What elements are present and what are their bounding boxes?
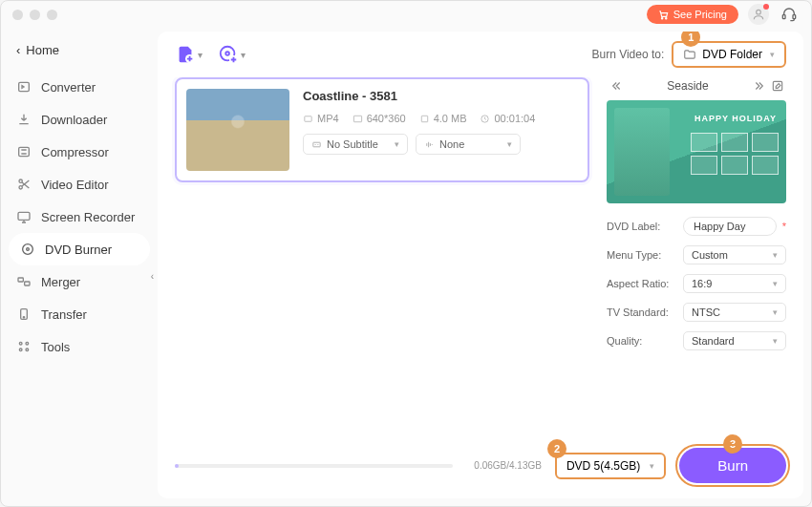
menu-type-select[interactable]: Custom▾ [683, 245, 786, 264]
chevron-down-icon: ▾ [773, 279, 778, 288]
callout-marker: 3 [723, 434, 742, 454]
add-disc-button[interactable]: ▾ [218, 44, 246, 65]
video-title: Coastline - 3581 [303, 89, 578, 103]
sidebar-label: Transfer [41, 307, 87, 322]
collapse-sidebar-button[interactable]: ‹ [151, 271, 154, 282]
svg-point-16 [19, 342, 22, 345]
subtitle-icon [311, 139, 322, 150]
chevron-down-icon: ▾ [770, 50, 775, 59]
toolbar: ▾ ▾ Burn Video to: 1 DVD Folder [158, 32, 803, 77]
audio-icon [424, 139, 435, 150]
video-thumbnail[interactable] [186, 89, 289, 171]
audio-select[interactable]: None ▾ [416, 134, 521, 155]
disc-icon [20, 242, 35, 257]
home-label: Home [26, 43, 59, 57]
app-window: See Pricing ‹ Home Converter [0, 0, 812, 507]
quality-select[interactable]: Standard▾ [683, 331, 786, 350]
chevron-down-icon: ▾ [507, 139, 512, 149]
size-icon [419, 114, 430, 124]
main-panel: ▾ ▾ Burn Video to: 1 DVD Folder [158, 32, 803, 498]
tv-standard-select[interactable]: NTSC▾ [683, 303, 786, 322]
monitor-icon [16, 209, 32, 224]
sidebar-item-screen-recorder[interactable]: Screen Recorder [1, 201, 158, 233]
svg-rect-6 [19, 147, 30, 156]
add-file-button[interactable]: ▾ [175, 44, 203, 65]
back-chevron-icon: ‹ [16, 43, 20, 57]
clock-icon [480, 114, 490, 124]
user-icon [752, 8, 765, 21]
sidebar-item-downloader[interactable]: Downloader [1, 103, 158, 136]
theme-panel: Seaside HAPPY HOLIDAY DVD Label: [607, 77, 786, 436]
sidebar-label: Screen Recorder [41, 210, 135, 224]
svg-point-11 [27, 248, 30, 251]
video-card[interactable]: Coastline - 3581 MP4 640*360 4.0 MB 00:0… [175, 77, 589, 182]
add-file-icon [175, 44, 196, 65]
disc-usage-bar [175, 464, 453, 468]
chevron-down-icon: ▾ [773, 307, 778, 317]
disc-type-select[interactable]: DVD 5(4.5GB) ▾ [555, 453, 666, 479]
aspect-ratio-select[interactable]: 16:9▾ [683, 274, 786, 293]
menu-type-label: Menu Type: [607, 249, 677, 261]
svg-rect-24 [305, 116, 311, 121]
headset-icon [781, 7, 797, 22]
chevron-left-double-icon [609, 79, 622, 93]
svg-point-8 [19, 186, 22, 189]
sidebar-item-dvd-burner[interactable]: DVD Burner [9, 233, 150, 265]
maximize-window-button[interactable] [47, 10, 57, 20]
converter-icon [16, 79, 32, 95]
home-link[interactable]: ‹ Home [1, 37, 158, 63]
transfer-icon [16, 306, 32, 322]
theme-preview[interactable]: HAPPY HOLIDAY [607, 100, 786, 203]
sidebar-item-transfer[interactable]: Transfer [1, 298, 158, 330]
add-disc-icon [218, 44, 239, 65]
required-marker: * [782, 221, 786, 232]
chevron-down-icon: ▾ [650, 461, 654, 471]
compressor-icon [16, 144, 32, 159]
header-actions: See Pricing [647, 4, 800, 25]
chevron-right-double-icon [754, 79, 767, 93]
theme-name: Seaside [624, 79, 752, 93]
svg-point-18 [19, 349, 22, 351]
svg-rect-29 [773, 81, 781, 90]
prev-theme-button[interactable] [607, 79, 624, 93]
sidebar-label: Tools [41, 340, 70, 354]
merger-icon [16, 274, 32, 289]
see-pricing-button[interactable]: See Pricing [647, 5, 738, 24]
edit-icon [771, 79, 784, 93]
sidebar-item-converter[interactable]: Converter [1, 71, 158, 103]
chevron-down-icon: ▾ [773, 250, 778, 260]
cart-icon [658, 10, 669, 20]
subtitle-select[interactable]: No Subtitle ▾ [303, 134, 408, 155]
next-theme-button[interactable] [752, 79, 769, 93]
edit-theme-button[interactable] [769, 79, 786, 93]
callout-marker: 2 [547, 439, 566, 458]
resolution-icon [353, 114, 363, 124]
sidebar-label: Downloader [41, 113, 107, 127]
minimize-window-button[interactable] [30, 10, 40, 20]
close-window-button[interactable] [12, 10, 23, 20]
burn-to-label: Burn Video to: [591, 48, 664, 61]
sidebar-item-compressor[interactable]: Compressor [1, 136, 158, 168]
support-button[interactable] [779, 4, 800, 25]
chevron-down-icon: ▾ [198, 50, 203, 60]
disc-usage-text: 0.06GB/4.13GB [474, 460, 542, 471]
quality-label: Quality: [607, 335, 677, 347]
chevron-down-icon: ▾ [241, 50, 246, 60]
sidebar-item-tools[interactable]: Tools [1, 330, 158, 363]
svg-point-2 [757, 10, 761, 14]
sidebar-item-video-editor[interactable]: Video Editor [1, 168, 158, 201]
video-meta: MP4 640*360 4.0 MB 00:01:04 [303, 113, 578, 124]
svg-point-15 [23, 317, 24, 318]
burn-to-group: Burn Video to: 1 DVD Folder ▾ [591, 41, 786, 68]
svg-point-22 [225, 52, 229, 55]
sidebar-item-merger[interactable]: Merger [1, 265, 158, 298]
svg-rect-28 [313, 142, 320, 147]
downloader-icon [16, 112, 32, 127]
svg-point-7 [19, 180, 22, 182]
bottom-bar: 0.06GB/4.13GB 2 DVD 5(4.5GB) ▾ 3 Burn [158, 436, 803, 498]
window-controls [12, 10, 57, 20]
tv-standard-label: TV Standard: [607, 306, 677, 318]
format-icon [303, 114, 313, 124]
dvd-label-input[interactable]: Happy Day [683, 217, 777, 236]
account-button[interactable] [748, 4, 769, 25]
